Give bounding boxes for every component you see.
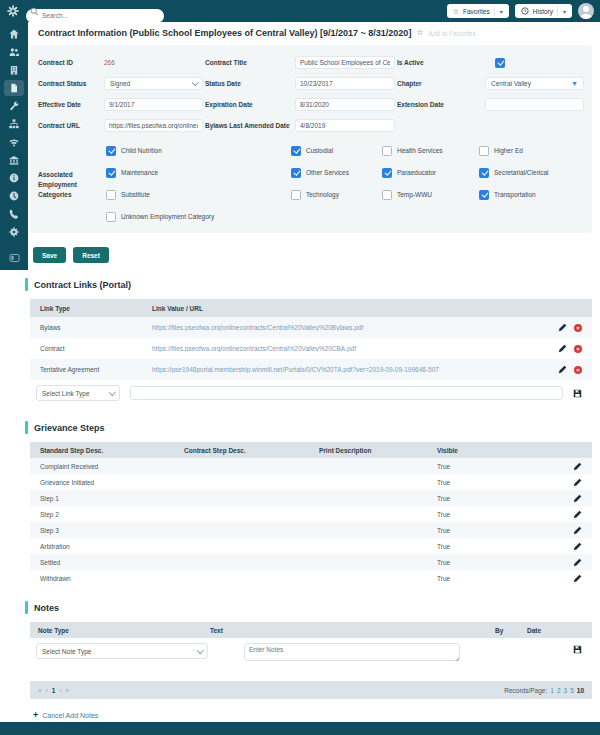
edit-icon[interactable] xyxy=(573,462,582,471)
category-checkbox[interactable] xyxy=(106,146,116,156)
category-checkbox[interactable] xyxy=(291,168,301,178)
sidebar-users-icon[interactable] xyxy=(4,44,24,60)
category-checkbox[interactable] xyxy=(291,146,301,156)
save-button[interactable]: Save xyxy=(33,247,66,263)
edit-icon[interactable] xyxy=(558,365,567,374)
sidebar-info-icon[interactable] xyxy=(4,170,24,186)
contract-url-input[interactable] xyxy=(104,119,203,132)
page-header: Contract Information (Public School Empl… xyxy=(28,22,600,38)
chapter-select[interactable]: Central Valley ▼ xyxy=(485,77,584,90)
extension-date-input[interactable] xyxy=(485,98,584,111)
status-date-input[interactable] xyxy=(295,77,395,90)
clock-icon xyxy=(521,7,529,15)
cancel-add-notes-link[interactable]: + Cancel Add Notes xyxy=(33,711,600,720)
link-type: Bylaws xyxy=(30,324,152,331)
bylaws-date-input[interactable] xyxy=(295,119,395,132)
records-option[interactable]: 1 xyxy=(550,687,554,694)
reset-button[interactable]: Reset xyxy=(73,247,109,263)
sidebar-tools-icon[interactable] xyxy=(4,98,24,114)
sidebar-phone-icon[interactable] xyxy=(4,206,24,222)
sidebar-clock-icon[interactable] xyxy=(4,188,24,204)
column-header: Date xyxy=(527,627,592,634)
category-checkbox[interactable] xyxy=(479,168,489,178)
edit-icon[interactable] xyxy=(573,494,582,503)
save-note-icon[interactable] xyxy=(573,645,582,654)
link-type-select[interactable]: Select Link Type xyxy=(36,385,120,401)
sidebar-home-icon[interactable] xyxy=(4,26,24,42)
table-header-row: Standard Step Desc. Contract Step Desc. … xyxy=(30,442,592,458)
link-url[interactable]: https://files.pseofwa.org/onlinecontract… xyxy=(152,324,532,331)
category-item: Technology xyxy=(291,190,382,199)
category-checkbox[interactable] xyxy=(106,212,116,222)
add-to-favorites-label[interactable]: Add to Favorites xyxy=(429,30,476,37)
chevron-down-icon: ▾ xyxy=(557,6,566,16)
save-link-icon[interactable] xyxy=(573,389,582,398)
category-checkbox[interactable] xyxy=(106,190,116,200)
edit-icon[interactable] xyxy=(573,478,582,487)
edit-icon[interactable] xyxy=(558,323,567,332)
delete-icon[interactable]: × xyxy=(574,366,582,374)
step-name: Arbitration xyxy=(30,543,184,550)
note-text-input[interactable] xyxy=(244,643,460,661)
contract-links-section-heading: Contract Links (Portal) xyxy=(25,278,600,291)
sidebar-wifi-icon[interactable] xyxy=(4,134,24,150)
expiration-date-input[interactable] xyxy=(295,98,395,111)
table-header-row: Note Type Text By Date xyxy=(30,622,592,638)
category-checkbox[interactable] xyxy=(479,146,489,156)
sidebar-settings-gear-icon[interactable] xyxy=(4,224,24,240)
chevron-down-icon: ▾ xyxy=(494,6,503,16)
link-url[interactable]: https://pse1948portal.membership.winmill… xyxy=(152,366,532,373)
contract-title-input[interactable] xyxy=(295,56,395,69)
records-option[interactable]: 5 xyxy=(570,687,574,694)
column-header: Contract Step Desc. xyxy=(184,447,319,454)
delete-icon[interactable]: × xyxy=(574,324,582,332)
first-page-button[interactable]: « xyxy=(38,687,42,694)
records-option[interactable]: 3 xyxy=(564,687,568,694)
main-content: Contract Information (Public School Empl… xyxy=(28,22,600,729)
link-url[interactable]: https://files.pseofwa.org/onlinecontract… xyxy=(152,345,532,352)
edit-icon[interactable] xyxy=(573,574,582,583)
edit-icon[interactable] xyxy=(573,558,582,567)
edit-icon[interactable] xyxy=(573,542,582,551)
current-page[interactable]: 1 xyxy=(52,687,56,694)
delete-icon[interactable]: × xyxy=(574,345,582,353)
effective-date-input[interactable] xyxy=(104,98,203,111)
is-active-checkbox[interactable] xyxy=(495,58,505,68)
category-checkbox[interactable] xyxy=(291,190,301,200)
add-favorite-star-icon[interactable]: ☆ xyxy=(416,29,423,37)
step-name: Step 1 xyxy=(30,495,184,502)
section-title: Notes xyxy=(34,603,59,613)
next-page-button[interactable]: › xyxy=(59,687,61,694)
note-type-select[interactable]: Select Note Type xyxy=(36,643,208,659)
is-active-label: Is Active xyxy=(397,59,483,66)
category-checkbox[interactable] xyxy=(106,168,116,178)
sidebar-collapse-icon[interactable] xyxy=(4,250,24,266)
notes-section-heading: Notes xyxy=(25,601,600,614)
sidebar-building-icon[interactable] xyxy=(4,62,24,78)
sidebar-bank-icon[interactable] xyxy=(4,152,24,168)
records-option-selected[interactable]: 10 xyxy=(577,687,584,694)
category-label: Secretarial/Clerical xyxy=(494,169,549,176)
column-header: Print Description xyxy=(319,447,437,454)
sidebar-sitemap-icon[interactable] xyxy=(4,116,24,132)
favorites-button[interactable]: ☆ Favorites ▾ xyxy=(447,4,509,18)
edit-icon[interactable] xyxy=(573,510,582,519)
visible-value: True xyxy=(437,559,552,566)
category-checkbox[interactable] xyxy=(382,146,392,156)
edit-icon[interactable] xyxy=(558,344,567,353)
search-container xyxy=(26,4,164,18)
user-avatar[interactable] xyxy=(578,3,594,19)
link-url-input[interactable] xyxy=(130,386,563,400)
search-input[interactable] xyxy=(26,9,164,23)
edit-icon[interactable] xyxy=(573,526,582,535)
records-option[interactable]: 2 xyxy=(557,687,561,694)
sidebar-contracts-icon[interactable] xyxy=(4,80,24,96)
category-checkbox[interactable] xyxy=(382,190,392,200)
category-checkbox[interactable] xyxy=(382,168,392,178)
app-logo-icon[interactable] xyxy=(0,5,26,17)
prev-page-button[interactable]: ‹ xyxy=(46,687,48,694)
last-page-button[interactable]: » xyxy=(66,687,70,694)
contract-status-select[interactable]: Signed xyxy=(104,77,203,90)
category-checkbox[interactable] xyxy=(479,190,489,200)
history-button[interactable]: History ▾ xyxy=(515,4,572,18)
